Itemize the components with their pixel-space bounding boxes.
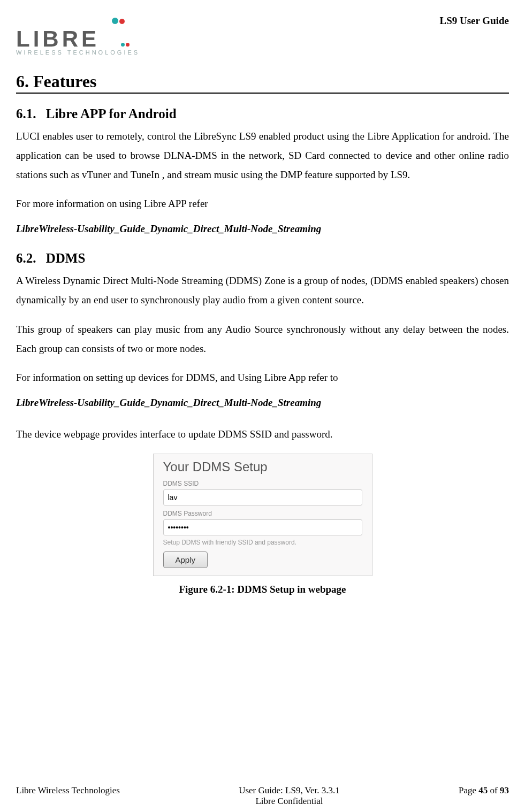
heading-6-2: 6.2. DDMS xyxy=(16,251,509,266)
help-text: Setup DDMS with friendly SSID and passwo… xyxy=(163,539,362,546)
footer-confidential: Libre Confidential xyxy=(255,796,323,806)
page-footer: Libre Wireless Technologies User Guide: … xyxy=(16,785,509,807)
panel-title: Your DDMS Setup xyxy=(163,459,362,474)
paragraph: A Wireless Dynamic Direct Multi-Node Str… xyxy=(16,271,509,310)
figure-6-2-1: Your DDMS Setup DDMS SSID DDMS Password … xyxy=(16,454,509,576)
logo-text: LIBRE xyxy=(16,26,100,51)
paragraph: For more information on using Libre APP … xyxy=(16,194,509,213)
page-header: LIBRE WIRELESS TECHNOLOGIES LS9 User Gui… xyxy=(16,0,509,61)
password-label: DDMS Password xyxy=(163,510,362,517)
paragraph: For information on setting up devices fo… xyxy=(16,368,509,387)
heading-number: 6. xyxy=(16,72,29,91)
footer-left: Libre Wireless Technologies xyxy=(16,785,120,807)
heading-title: Features xyxy=(33,72,96,91)
reference: LibreWireless-Usability_Guide_Dynamic_Di… xyxy=(16,397,509,409)
footer-page: Page 45 of 93 xyxy=(459,785,509,807)
footer-center-text: User Guide: LS9, Ver. 3.3.1 xyxy=(239,785,340,795)
heading-6: 6. Features xyxy=(16,72,509,94)
apply-button[interactable]: Apply xyxy=(163,551,208,568)
page-of: of xyxy=(488,785,500,795)
paragraph: This group of speakers can play music fr… xyxy=(16,320,509,358)
ddms-setup-panel: Your DDMS Setup DDMS SSID DDMS Password … xyxy=(153,454,372,576)
paragraph: The device webpage provides interface to… xyxy=(16,425,509,444)
password-input[interactable] xyxy=(163,519,362,535)
logo: LIBRE WIRELESS TECHNOLOGIES xyxy=(16,5,140,56)
figure-caption: Figure 6.2-1: DDMS Setup in webpage xyxy=(16,584,509,595)
page-prefix: Page xyxy=(459,785,478,795)
logo-dots-icon xyxy=(111,5,130,50)
ssid-input[interactable] xyxy=(163,489,362,505)
ssid-label: DDMS SSID xyxy=(163,480,362,487)
subheading-number: 6.2. xyxy=(16,251,36,266)
reference: LibreWireless-Usability_Guide_Dynamic_Di… xyxy=(16,223,509,235)
page-total: 93 xyxy=(500,785,509,795)
subheading-title: Libre APP for Android xyxy=(46,106,177,121)
document-title: LS9 User Guide xyxy=(439,5,509,27)
page-number: 45 xyxy=(478,785,488,795)
heading-6-1: 6.1. Libre APP for Android xyxy=(16,106,509,121)
paragraph: LUCI enables user to remotely, control t… xyxy=(16,127,509,185)
logo-subtext: WIRELESS TECHNOLOGIES xyxy=(16,49,140,56)
subheading-title: DDMS xyxy=(46,251,86,265)
subheading-number: 6.1. xyxy=(16,106,36,121)
footer-center: User Guide: LS9, Ver. 3.3.1 Libre Confid… xyxy=(120,785,459,807)
